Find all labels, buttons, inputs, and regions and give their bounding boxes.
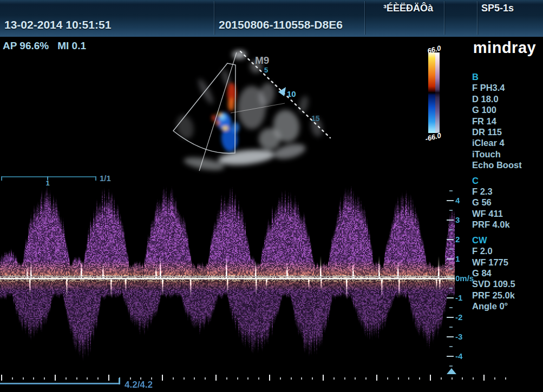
ultrasound-screen: 13-02-2014 10:51:51 20150806-110558-D8E6… — [0, 0, 543, 392]
time-tick-dot — [344, 377, 345, 380]
sidebar-item-g-84[interactable]: G 84 — [472, 268, 541, 278]
sweep-progress-end-tick — [119, 378, 120, 384]
time-tick-dot — [494, 377, 495, 380]
velocity-label-2: -2 — [455, 313, 462, 322]
velocity-minor-tick — [449, 366, 453, 367]
clip-ruler[interactable] — [1, 176, 96, 177]
sweep-time-label: 4.2/4.2 — [125, 380, 153, 390]
time-tick-dot — [12, 377, 13, 380]
sidebar-item-g-100[interactable]: G 100 — [472, 104, 541, 115]
sidebar-item-dr-115[interactable]: DR 115 — [472, 127, 541, 137]
ap-value: AP 96.6% — [3, 40, 49, 51]
time-tick-major — [215, 375, 217, 381]
velocity-label-0m-s: 0m/s — [455, 274, 474, 283]
sweep-progress-bar — [0, 383, 120, 384]
baseline-marker-icon[interactable] — [447, 368, 456, 374]
acoustic-status: AP 96.6%MI 0.1 — [3, 40, 95, 52]
velocity-tick-3 — [447, 220, 454, 221]
velocity-label-2: 2 — [455, 235, 460, 244]
cw-spectral-display — [0, 186, 455, 375]
velocity-minor-tick — [449, 190, 453, 191]
time-tick-dot — [44, 377, 45, 380]
machine-model-label: M9 — [255, 55, 269, 66]
sidebar-item-angle-0[interactable]: Angle 0° — [472, 301, 541, 311]
parameter-sidebar: BF PH3.4D 18.0G 100FR 14DR 115iClear 4iT… — [472, 71, 541, 312]
sidebar-item-itouch[interactable]: iTouch — [472, 149, 541, 160]
sidebar-item-echo-boost[interactable]: Echo Boost — [472, 160, 541, 170]
sidebar-item-fr-14[interactable]: FR 14 — [472, 116, 541, 127]
sidebar-item-f-ph3-4[interactable]: F PH3.4 — [472, 82, 541, 93]
time-tick-dot — [76, 377, 77, 380]
sidebar-item-wf-411[interactable]: WF 411 — [472, 208, 541, 219]
time-tick-dot — [387, 377, 388, 380]
time-tick-major — [162, 375, 163, 381]
velocity-label-3: -3 — [455, 332, 462, 341]
sidebar-group-c: CF 2.3G 56WF 411PRF 4.0k — [472, 175, 541, 230]
velocity-minor-tick — [449, 210, 453, 211]
time-tick-major — [1, 375, 2, 381]
time-tick-major — [430, 375, 431, 381]
velocity-tick-3 — [447, 336, 454, 337]
sidebar-item-prf-25-0k[interactable]: PRF 25.0k — [472, 290, 541, 301]
time-tick-dot — [462, 377, 463, 380]
sidebar-header-cw: CW — [472, 235, 541, 245]
topbar-divider — [214, 1, 214, 35]
mindray-logo: mindray — [470, 39, 539, 57]
time-tick-dot — [226, 377, 227, 380]
grayscale-anatomy — [174, 50, 324, 172]
time-tick-dot — [258, 377, 259, 380]
topbar-divider — [444, 1, 444, 35]
time-tick-major — [108, 375, 109, 381]
depth-mark-15: 15 — [311, 114, 320, 123]
time-tick-dot — [205, 377, 206, 380]
sidebar-item-f-2-0[interactable]: F 2.0 — [472, 245, 541, 256]
datetime-text: 13-02-2014 10:51:51 — [4, 18, 111, 31]
time-tick-dot — [398, 377, 399, 380]
velocity-label-4: 4 — [455, 196, 460, 205]
time-tick-dot — [473, 377, 474, 380]
color-scale-variance-column — [435, 52, 440, 133]
sidebar-item-svd-109-5[interactable]: SVD 109.5 — [472, 278, 541, 289]
time-tick-dot — [97, 377, 99, 380]
probe-cell[interactable]: SP5-1s — [481, 3, 514, 14]
color-scale-bar — [428, 52, 440, 133]
time-tick-dot — [355, 377, 356, 380]
velocity-tick-2 — [447, 239, 454, 240]
time-tick-dot — [247, 377, 248, 380]
sidebar-item-d-18-0[interactable]: D 18.0 — [472, 94, 541, 104]
time-tick-dot — [452, 377, 453, 380]
depth-mark-10: 10 — [287, 89, 296, 98]
mi-value: MI 0.1 — [57, 40, 86, 51]
sidebar-item-wf-1775[interactable]: WF 1775 — [472, 257, 541, 268]
sidebar-item-prf-4-0k[interactable]: PRF 4.0k — [472, 219, 541, 230]
velocity-label-4: -4 — [455, 351, 462, 361]
sidebar-item-iclear-4[interactable]: iClear 4 — [472, 137, 541, 148]
clip-page-indicator[interactable]: 1/1 — [100, 174, 111, 183]
time-tick-dot — [194, 377, 195, 380]
time-tick-dot — [301, 377, 302, 380]
time-tick-dot — [280, 377, 281, 380]
time-tick-dot — [419, 377, 420, 380]
time-tick-major — [269, 375, 270, 381]
velocity-minor-tick — [449, 307, 453, 308]
sidebar-item-g-56[interactable]: G 56 — [472, 197, 541, 208]
sidebar-header-b: B — [472, 71, 541, 82]
velocity-tick-0m-s — [447, 278, 454, 279]
topbar-divider — [477, 1, 477, 35]
exam-type-cell[interactable]: ³ÉÈËÐÄÔà — [383, 3, 433, 14]
velocity-minor-tick — [449, 229, 453, 230]
velocity-minor-tick — [449, 346, 453, 347]
depth-mark-5: 5 — [264, 66, 268, 74]
sidebar-item-f-2-3[interactable]: F 2.3 — [472, 186, 541, 197]
bmode-image: M9 5 10 15 — [125, 46, 352, 181]
velocity-label-1: 1 — [455, 254, 460, 263]
sidebar-group-b: BF PH3.4D 18.0G 100FR 14DR 115iClear 4iT… — [472, 71, 541, 171]
time-tick-dot — [184, 377, 185, 380]
time-tick-dot — [333, 377, 335, 380]
time-tick-dot — [291, 377, 292, 380]
topbar-divider — [364, 1, 365, 35]
time-tick-dot — [365, 377, 367, 380]
time-tick-major — [323, 375, 324, 381]
time-tick-dot — [23, 377, 24, 380]
velocity-label-3: 3 — [455, 215, 460, 224]
